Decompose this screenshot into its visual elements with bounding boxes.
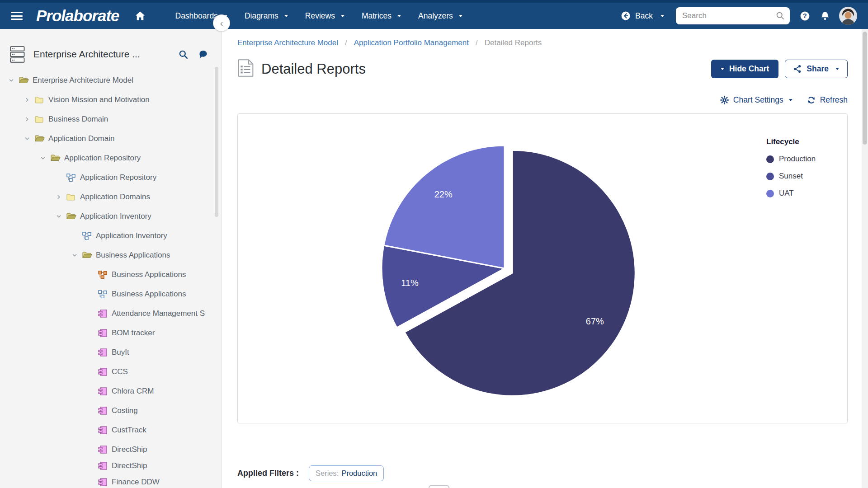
tree-item[interactable]: Finance DDW	[0, 472, 221, 488]
chart-settings-label: Chart Settings	[733, 95, 783, 105]
folder-open-icon	[66, 212, 76, 220]
tree-item[interactable]: Application Inventory	[0, 206, 221, 226]
breadcrumb-item[interactable]: Enterprise Architecture Model	[237, 38, 338, 47]
chart-settings-caret-icon	[789, 99, 793, 101]
chevron-right-icon[interactable]	[56, 194, 62, 200]
component-icon	[98, 368, 107, 376]
component-icon	[98, 478, 107, 486]
tree-item[interactable]: Application Repository	[0, 148, 221, 168]
chevron-down-icon[interactable]	[71, 252, 78, 258]
component-icon	[98, 462, 107, 470]
home-icon[interactable]	[135, 11, 146, 21]
component-icon	[98, 348, 107, 357]
folder-open-icon	[19, 76, 29, 84]
breadcrumb-separator: /	[345, 38, 347, 47]
tree-item[interactable]: CustTrack	[0, 420, 221, 440]
legend-item-production[interactable]: Production	[766, 155, 816, 164]
chevron-down-icon[interactable]	[40, 155, 46, 161]
legend-swatch	[766, 173, 774, 180]
tree-item[interactable]: DirectShip	[0, 459, 221, 472]
chevron-right-icon[interactable]	[24, 116, 30, 122]
search-icon[interactable]	[776, 11, 785, 22]
share-button[interactable]: Share	[785, 60, 848, 78]
back-button[interactable]: Back	[621, 11, 664, 21]
nav-menu-label: Analyzers	[418, 11, 453, 21]
tree-item-label: Application Repository	[80, 173, 156, 182]
tree-item[interactable]: Application Domain	[0, 129, 221, 148]
legend-item-uat[interactable]: UAT	[766, 189, 816, 198]
sidebar-scrollbar[interactable]	[215, 67, 218, 217]
help-icon[interactable]: ?	[800, 11, 810, 21]
chart-settings-button[interactable]: Chart Settings	[720, 95, 793, 105]
tree-item-label: Application Inventory	[80, 212, 151, 221]
sidebar-collapse-button[interactable]: ‹	[213, 14, 230, 32]
share-label: Share	[807, 64, 829, 74]
navbar-search	[676, 7, 790, 24]
chevron-down-icon[interactable]	[56, 213, 62, 220]
legend-swatch	[766, 190, 774, 197]
nav-menu-caret-icon[interactable]	[284, 15, 288, 17]
folder-open-icon	[82, 251, 92, 259]
tree-item-label: Costing	[112, 406, 138, 415]
tree-item[interactable]: Enterprise Architecture Model	[0, 70, 221, 90]
page-scrollbar[interactable]	[862, 29, 868, 488]
user-avatar[interactable]	[839, 7, 857, 25]
nav-menu-reviews[interactable]: Reviews	[305, 11, 344, 21]
tree-item[interactable]: BOM tracker	[0, 323, 221, 343]
page-scrollbar-thumb[interactable]	[863, 32, 867, 145]
nav-menu-matrices[interactable]: Matrices	[362, 11, 401, 21]
component-icon	[98, 426, 107, 434]
hamburger-menu-icon[interactable]	[11, 12, 23, 20]
tree-item[interactable]: Application Domains	[0, 187, 221, 206]
filter-chip[interactable]: Series: Production	[309, 465, 384, 481]
sidebar-search-icon[interactable]	[179, 50, 189, 61]
nav-menu-analyzers[interactable]: Analyzers	[418, 11, 462, 21]
brand-logo[interactable]: Prolaborate	[36, 7, 119, 25]
nav-menu-caret-icon[interactable]	[397, 15, 401, 17]
notifications-bell-icon[interactable]	[820, 11, 830, 21]
tree-item[interactable]: Chlora CRM	[0, 381, 221, 401]
tree-item[interactable]: Attendance Management S	[0, 304, 221, 323]
tree-item[interactable]: BuyIt	[0, 343, 221, 362]
pie-label-sunset: 11%	[401, 278, 419, 288]
breadcrumb-item[interactable]: Application Portfolio Management	[354, 38, 469, 47]
back-label: Back	[635, 11, 653, 21]
legend-label: Sunset	[779, 172, 803, 181]
tree-item[interactable]: Application Inventory	[0, 226, 221, 245]
legend-item-sunset[interactable]: Sunset	[766, 172, 816, 181]
back-caret-icon[interactable]	[660, 15, 664, 17]
refresh-button[interactable]: Refresh	[807, 95, 848, 105]
report-icon	[237, 59, 255, 79]
tree-item[interactable]: Business Applications	[0, 245, 221, 265]
tree-item[interactable]: Vision Mission and Motivation	[0, 90, 221, 109]
nav-menu-diagrams[interactable]: Diagrams	[245, 11, 288, 21]
chevron-down-icon[interactable]	[24, 136, 30, 142]
tree-item-label: Finance DDW	[112, 478, 160, 487]
sidebar-chat-icon[interactable]	[198, 50, 208, 61]
back-circle-icon	[621, 11, 631, 21]
component-icon	[98, 407, 107, 415]
tree-item[interactable]: Costing	[0, 401, 221, 420]
filter-chip-value: Production	[341, 469, 377, 478]
tree-item[interactable]: Business Applications	[0, 284, 221, 304]
tree-item[interactable]: DirectShip	[0, 440, 221, 459]
search-input[interactable]	[676, 7, 790, 24]
tree-item-label: Chlora CRM	[112, 387, 154, 396]
share-caret-icon	[835, 68, 839, 70]
tree-item[interactable]: CCS	[0, 362, 221, 381]
legend-swatch	[766, 155, 774, 163]
tree-item-label: DirectShip	[112, 445, 147, 454]
tree-item[interactable]: Business Applications	[0, 265, 221, 284]
chart-controls-row: Chart Settings Refresh	[720, 95, 848, 105]
tree-item[interactable]: Business Domain	[0, 109, 221, 129]
chevron-down-icon[interactable]	[8, 77, 14, 84]
page-title: Detailed Reports	[261, 61, 366, 77]
tree-item[interactable]: Application Repository	[0, 168, 221, 187]
chart-legend: Lifecycle ProductionSunsetUAT	[766, 137, 816, 198]
hide-chart-button[interactable]: Hide Chart	[711, 60, 778, 78]
refresh-icon	[807, 96, 816, 104]
chevron-right-icon[interactable]	[24, 97, 30, 103]
nav-menu-caret-icon[interactable]	[459, 15, 462, 17]
nav-menu-caret-icon[interactable]	[341, 15, 344, 17]
filter-chip-key: Series:	[316, 469, 339, 478]
